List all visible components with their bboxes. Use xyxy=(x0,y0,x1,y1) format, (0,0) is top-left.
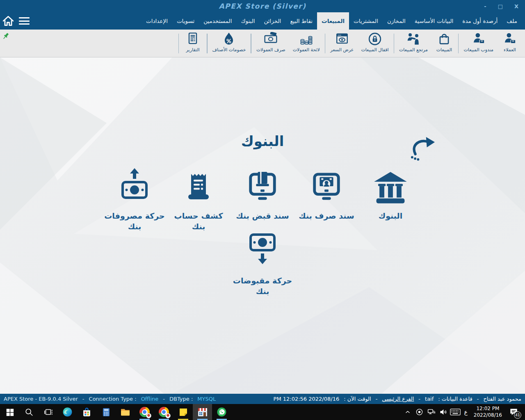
ribbon-item-price-quote[interactable]: عرض السعر xyxy=(326,31,357,57)
app-version: APEX Store - EB-9.0.4 Silver xyxy=(4,396,78,402)
ribbon-separator xyxy=(394,34,395,53)
file-explorer-icon xyxy=(120,407,130,417)
menu-item-safes[interactable]: الخزائن xyxy=(260,12,286,30)
apex-store-icon xyxy=(197,407,208,418)
calculator-icon xyxy=(101,407,111,417)
ribbon-separator xyxy=(251,34,251,53)
ribbon-item-reports[interactable]: التقارير xyxy=(180,31,205,57)
notification-count-badge: 41 xyxy=(514,411,521,419)
separator: - xyxy=(376,396,378,402)
separator: - xyxy=(82,396,84,402)
start-button[interactable] xyxy=(0,404,19,420)
shortcut-bank-expenses[interactable]: حركة مصروفات بنك xyxy=(103,167,167,232)
tray-expand-button[interactable] xyxy=(402,404,413,420)
menu-item-pos[interactable]: نقاط البيع xyxy=(285,12,317,30)
minimize-button[interactable]: - xyxy=(484,3,486,9)
menu-item-settings[interactable]: الإعدادات xyxy=(142,12,172,30)
taskbar-app-edge[interactable] xyxy=(58,404,77,420)
profile-badge-icon xyxy=(165,413,171,418)
statusbar: APEX Store - EB-9.0.4 Silver - Connectio… xyxy=(0,394,525,404)
ribbon-toolbar: العملاء مندوب المبيعات المبيعات مرتجع ال… xyxy=(0,30,525,57)
shortcut-row-2: حركة مقبوضات بنك xyxy=(231,231,294,297)
hamburger-menu-icon[interactable] xyxy=(18,16,30,25)
menu-item-users[interactable]: المستخدمين xyxy=(199,12,236,30)
menu-item-sales[interactable]: المبيعات xyxy=(317,12,349,30)
menu-item-opening-balances[interactable]: أرصدة أول مدة xyxy=(458,12,502,30)
ribbon-item-sales[interactable]: المبيعات xyxy=(431,31,457,57)
task-view-icon xyxy=(44,408,53,417)
price-quote-icon xyxy=(335,32,349,46)
ribbon-item-commission-list[interactable]: لائحة العمولات xyxy=(289,31,324,57)
bank-receipt-voucher-icon xyxy=(247,167,278,209)
clock-date: 2022/08/16 xyxy=(474,412,502,419)
volume-button[interactable] xyxy=(437,404,449,420)
ribbon-item-customers[interactable]: العملاء xyxy=(497,31,523,57)
menu-item-warehouses[interactable]: المخازن xyxy=(383,12,410,30)
database-value: taif xyxy=(425,396,434,402)
home-icon[interactable] xyxy=(2,15,14,27)
whatsapp-icon xyxy=(217,407,227,417)
shortcut-banks[interactable]: البنوك xyxy=(358,167,422,232)
shortcut-bank-receipts[interactable]: حركة مقبوضات بنك xyxy=(231,231,294,297)
touch-keyboard-button[interactable] xyxy=(449,404,461,420)
connection-value: Offline xyxy=(141,396,159,402)
taskbar-app-apex-store[interactable] xyxy=(193,404,212,420)
chrome-icon xyxy=(159,407,169,417)
separator: - xyxy=(418,396,420,402)
menu-item-file[interactable]: ملف xyxy=(502,12,522,30)
taskbar-app-chrome-2[interactable] xyxy=(154,404,173,420)
sales-bag-icon xyxy=(437,32,451,46)
shortcut-bank-statement[interactable]: كشف حساب بنك xyxy=(167,167,231,232)
ribbon-item-sales-lock[interactable]: اقفال المبيعات xyxy=(357,31,392,57)
pin-icon[interactable] xyxy=(2,32,10,40)
network-button[interactable] xyxy=(425,404,437,420)
search-icon xyxy=(25,408,34,417)
language-indicator[interactable]: ع xyxy=(461,409,470,415)
sales-lock-icon xyxy=(368,32,382,46)
taskbar-app-chrome-1[interactable] xyxy=(135,404,154,420)
task-view-button[interactable] xyxy=(39,404,58,420)
menu-item-banks[interactable]: البنوك xyxy=(236,12,259,30)
taskbar-app-calculator[interactable] xyxy=(96,404,116,420)
ribbon-separator xyxy=(458,34,459,53)
database-label: قاعدة البيانات : xyxy=(438,396,472,402)
profile-badge-icon xyxy=(146,413,151,418)
item-discounts-icon xyxy=(222,32,236,46)
sales-return-icon xyxy=(406,32,420,46)
start-icon xyxy=(5,408,14,417)
edge-icon xyxy=(62,407,73,417)
ribbon-item-sales-rep[interactable]: مندوب المبيعات xyxy=(460,31,497,57)
menu-item-adjustments[interactable]: تسويات xyxy=(172,12,199,30)
menu-item-basic-data[interactable]: البيانات الأساسية xyxy=(410,12,458,30)
ribbon-item-sales-return[interactable]: مرتجع المبيعات xyxy=(395,31,431,57)
menubar: ملف أرصدة أول مدة البيانات الأساسية المخ… xyxy=(0,12,525,30)
branch-link[interactable]: الفرع الرئيسي xyxy=(382,396,414,402)
shortcut-bank-receipt-voucher[interactable]: سند قبض بنك xyxy=(231,167,294,232)
keyboard-icon xyxy=(450,409,461,415)
meet-now-button[interactable] xyxy=(413,404,425,420)
notification-center-button[interactable]: 41 xyxy=(505,404,522,420)
reports-icon xyxy=(186,32,200,46)
bank-receipts-icon xyxy=(246,231,279,274)
page-title: البنوك xyxy=(0,133,525,149)
dbtype-value: MYSQL xyxy=(197,396,216,402)
back-button[interactable] xyxy=(410,137,436,162)
chrome-icon xyxy=(139,407,150,417)
taskbar-app-sticky-notes[interactable] xyxy=(173,404,193,420)
menu-item-purchases[interactable]: المشتريات xyxy=(349,12,383,30)
shortcut-bank-payment-voucher[interactable]: سند صرف بنك xyxy=(294,167,358,232)
close-button[interactable]: X xyxy=(514,3,518,9)
taskbar-app-whatsapp[interactable] xyxy=(212,404,231,420)
maximize-button[interactable]: □ xyxy=(498,3,503,9)
ribbon-item-commission-pay[interactable]: صرف العمولات xyxy=(253,31,289,57)
ribbon-item-item-discounts[interactable]: خصومات الأصناف xyxy=(209,31,250,57)
taskbar-app-file-explorer[interactable] xyxy=(116,404,135,420)
statusbar-left: APEX Store - EB-9.0.4 Silver - Connectio… xyxy=(4,396,216,402)
return-arrow-icon xyxy=(410,137,436,162)
taskbar-app-ms-store[interactable] xyxy=(77,404,96,420)
shortcut-row-1: البنوك سند صرف بنك سند قبض بنك كشف حساب … xyxy=(103,167,422,232)
taskbar-clock[interactable]: 12:02 PM 2022/08/16 xyxy=(470,406,505,418)
sales-rep-icon xyxy=(472,32,486,46)
statusbar-right: محمود عبد الفتاح - قاعدة البيانات : taif… xyxy=(274,396,521,402)
taskbar-search-button[interactable] xyxy=(19,404,39,420)
